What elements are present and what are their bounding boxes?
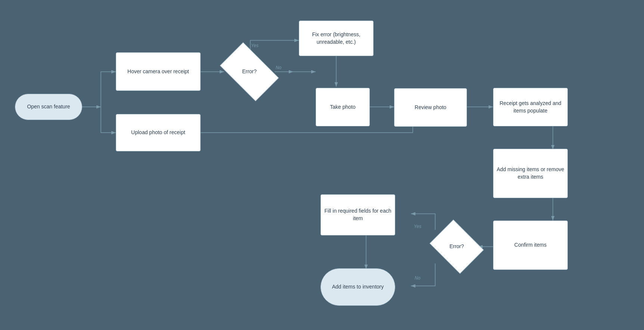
no-label-1: No [276,65,282,70]
open-scan-node: Open scan feature [15,94,82,120]
fix-error-node: Fix error (brightness, unreadable, etc.) [299,21,374,56]
add-inventory-label: Add items to inventory [332,283,384,291]
error-check-1-node: Error? [220,42,279,101]
confirm-items-label: Confirm items [514,241,547,249]
take-photo-label: Take photo [330,104,356,111]
add-missing-label: Add missing items or remove extra items [493,166,567,181]
open-scan-label: Open scan feature [27,103,70,111]
upload-photo-label: Upload photo of receipt [131,129,185,136]
upload-photo-node: Upload photo of receipt [116,114,201,151]
error-check-2-label: Error? [449,243,464,249]
fill-required-label: Fill in required fields for each item [321,207,395,222]
add-inventory-node: Add items to inventory [321,268,395,306]
yes-label-2: Yes [414,224,421,229]
yes-label-1: Yes [251,43,258,48]
hover-camera-node: Hover camera over receipt [116,52,201,91]
add-missing-node: Add missing items or remove extra items [493,149,568,198]
hover-camera-label: Hover camera over receipt [127,68,189,75]
error-check-2-node: Error? [430,220,484,274]
take-photo-node: Take photo [316,88,370,126]
error-check-1-label: Error? [242,68,257,74]
confirm-items-node: Confirm items [493,220,568,270]
fix-error-label: Fix error (brightness, unreadable, etc.) [299,31,373,46]
receipt-analyzed-node: Receipt gets analyzed and items populate [493,88,568,126]
review-photo-node: Review photo [394,88,467,127]
no-label-2: No [415,275,421,281]
receipt-analyzed-label: Receipt gets analyzed and items populate [493,100,567,114]
fill-required-node: Fill in required fields for each item [321,194,395,235]
review-photo-label: Review photo [415,104,446,111]
